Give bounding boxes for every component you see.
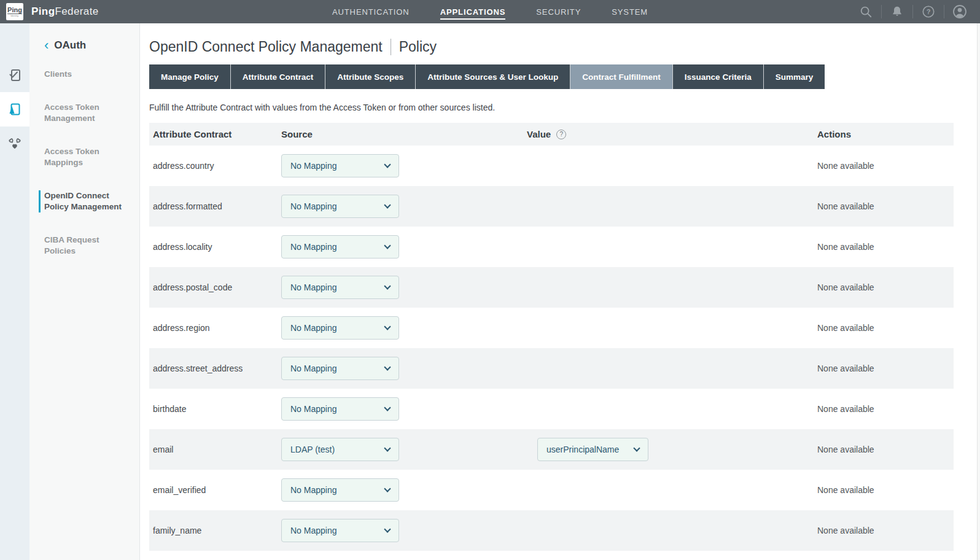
sidebar-item-ciba-request-policies[interactable]: CIBA Request Policies: [44, 235, 131, 257]
chevron-left-icon: ‹: [44, 41, 49, 50]
search-icon[interactable]: [850, 5, 881, 18]
tab-issuance-criteria[interactable]: Issuance Criteria: [673, 64, 764, 89]
value-cell: userPrincipalName: [527, 438, 801, 461]
value-help-icon[interactable]: ?: [556, 130, 566, 139]
sidebar-item-access-token-management[interactable]: Access Token Management: [44, 102, 131, 124]
actions-cell: None available: [801, 445, 954, 454]
product-name-light: Federate: [55, 6, 98, 17]
source-select-label: LDAP (test): [290, 445, 335, 454]
attribute-cell: email: [149, 445, 281, 454]
source-cell: No Mapping: [281, 195, 527, 218]
nav-security[interactable]: SECURITY: [536, 0, 581, 23]
actions-cell: None available: [801, 526, 954, 535]
top-navigation: AUTHENTICATION APPLICATIONS SECURITY SYS…: [332, 0, 648, 23]
source-cell: No Mapping: [281, 519, 527, 542]
sidebar-back-label: OAuth: [54, 39, 86, 52]
header-value-label: Value: [527, 129, 551, 139]
attribute-name: address.region: [153, 323, 210, 333]
page-scrollbar[interactable]: [977, 23, 980, 560]
source-select[interactable]: No Mapping: [281, 235, 399, 259]
attribute-name: family_name: [153, 526, 201, 535]
chevron-down-icon: [384, 445, 391, 451]
value-select[interactable]: userPrincipalName: [537, 438, 648, 461]
actions-text: None available: [817, 242, 874, 252]
sidebar-item-openid-connect-policy-management[interactable]: OpenID Connect Policy Management: [39, 190, 131, 212]
attribute-name: address.street_address: [153, 364, 243, 373]
source-select[interactable]: LDAP (test): [281, 438, 399, 461]
chevron-down-icon: [384, 323, 391, 330]
source-select[interactable]: No Mapping: [281, 276, 399, 299]
product-name: PingFederate: [31, 6, 99, 18]
attribute-name: address.formatted: [153, 201, 222, 211]
actions-cell: None available: [801, 161, 954, 171]
chevron-down-icon: [384, 404, 391, 411]
product-name-bold: Ping: [31, 6, 55, 17]
chevron-down-icon: [384, 364, 391, 370]
table-row: address.country No Mapping None availabl…: [149, 146, 954, 186]
page-title-row: OpenID Connect Policy Management Policy: [149, 39, 980, 55]
clipboard-check-icon[interactable]: [0, 58, 29, 92]
actions-cell: None available: [801, 485, 954, 495]
source-cell: No Mapping: [281, 276, 527, 299]
attribute-cell: address.street_address: [149, 364, 281, 373]
app-body: ‹ OAuth Clients Access Token Management …: [0, 23, 980, 560]
tab-attribute-sources-user-lookup[interactable]: Attribute Sources & User Lookup: [416, 64, 570, 89]
source-select[interactable]: No Mapping: [281, 316, 399, 340]
table-row: birthdate No Mapping None available: [149, 389, 954, 429]
source-select-label: No Mapping: [290, 323, 337, 333]
account-avatar-icon[interactable]: [944, 4, 975, 19]
sidebar: ‹ OAuth Clients Access Token Management …: [29, 23, 140, 560]
sidebar-item-access-token-mappings[interactable]: Access Token Mappings: [44, 146, 131, 168]
page-subtitle: Policy: [399, 39, 437, 55]
table-row: email LDAP (test) userPrincipalName None…: [149, 429, 954, 470]
nav-authentication[interactable]: AUTHENTICATION: [332, 0, 410, 23]
source-select[interactable]: No Mapping: [281, 195, 399, 218]
page-description: Fulfill the Attribute Contract with valu…: [149, 103, 980, 112]
attribute-cell: address.country: [149, 161, 281, 171]
source-cell: No Mapping: [281, 357, 527, 380]
source-select[interactable]: No Mapping: [281, 397, 399, 421]
ping-logo[interactable]: Ping Identity.: [6, 3, 23, 20]
tab-attribute-contract[interactable]: Attribute Contract: [231, 64, 326, 89]
title-divider: [391, 39, 391, 55]
top-bar: Ping Identity. PingFederate AUTHENTICATI…: [0, 0, 980, 23]
source-cell: No Mapping: [281, 154, 527, 177]
icon-rail: [0, 23, 29, 560]
table-row: address.locality No Mapping None availab…: [149, 227, 954, 267]
sidebar-item-clients[interactable]: Clients: [44, 69, 131, 80]
source-select-label: No Mapping: [290, 526, 337, 535]
actions-cell: None available: [801, 323, 954, 333]
bookmark-flag-icon[interactable]: [0, 92, 29, 126]
actions-cell: None available: [801, 201, 954, 211]
help-icon[interactable]: ?: [913, 5, 944, 18]
actions-text: None available: [817, 526, 874, 535]
nav-applications[interactable]: APPLICATIONS: [440, 0, 506, 23]
tab-attribute-scopes[interactable]: Attribute Scopes: [325, 64, 416, 89]
sidebar-back-oauth[interactable]: ‹ OAuth: [44, 39, 131, 52]
attribute-name: birthdate: [153, 404, 186, 414]
actions-text: None available: [817, 485, 874, 495]
nav-system[interactable]: SYSTEM: [612, 0, 648, 23]
actions-text: None available: [817, 201, 874, 211]
source-cell: No Mapping: [281, 478, 527, 502]
table-row: address.postal_code No Mapping None avai…: [149, 267, 954, 308]
attribute-cell: email_verified: [149, 485, 281, 495]
source-select[interactable]: No Mapping: [281, 154, 399, 177]
table-row: address.formatted No Mapping None availa…: [149, 186, 954, 227]
hearts-paw-icon[interactable]: [0, 126, 29, 161]
attribute-cell: address.locality: [149, 242, 281, 252]
source-select[interactable]: No Mapping: [281, 519, 399, 542]
attribute-cell: address.region: [149, 323, 281, 333]
tab-manage-policy[interactable]: Manage Policy: [149, 64, 231, 89]
source-select-label: No Mapping: [290, 242, 337, 252]
source-select[interactable]: No Mapping: [281, 357, 399, 380]
attribute-cell: birthdate: [149, 404, 281, 414]
notifications-bell-icon[interactable]: [882, 6, 912, 18]
chevron-down-icon: [384, 201, 391, 208]
chevron-down-icon: [384, 282, 391, 289]
actions-text: None available: [817, 161, 874, 171]
tab-summary[interactable]: Summary: [764, 64, 825, 89]
tab-contract-fulfillment[interactable]: Contract Fulfillment: [570, 64, 673, 89]
source-select[interactable]: No Mapping: [281, 478, 399, 502]
header-actions: Actions: [801, 129, 954, 139]
